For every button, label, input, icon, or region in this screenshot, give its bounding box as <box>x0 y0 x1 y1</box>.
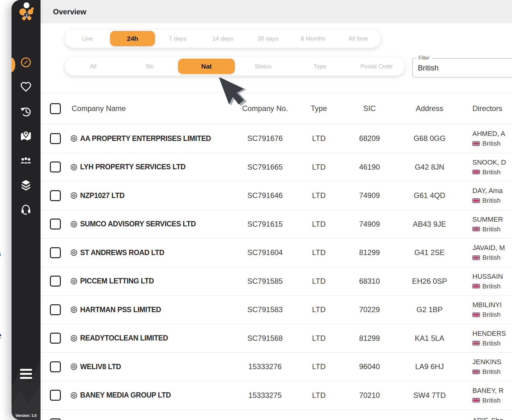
uk-flag-icon <box>472 227 480 231</box>
app-logo-icon[interactable]: 2 <box>12 1 41 25</box>
table-row[interactable]: BANEY MEDIA GROUP LTD 15333275 LTD 70210… <box>41 381 512 410</box>
tab-all-time[interactable]: All time <box>336 29 381 48</box>
eye-icon[interactable] <box>70 163 78 171</box>
tab-status[interactable]: Status <box>235 57 292 75</box>
row-checkbox[interactable] <box>50 304 61 315</box>
sidebar-item-explore[interactable] <box>20 56 32 69</box>
company-type: LTD <box>290 134 348 143</box>
table-row[interactable]: SUMCO ADVISORY SERVICES LTD SC791615 LTD… <box>41 210 512 239</box>
column-header-company-no: Company No. <box>240 104 290 113</box>
sidebar-item-history[interactable] <box>20 105 32 118</box>
row-checkbox[interactable] <box>50 333 61 344</box>
row-checkbox[interactable] <box>50 247 61 258</box>
company-no: SC791676 <box>240 134 290 143</box>
table-row[interactable]: ARIF, Sho <box>41 410 512 420</box>
row-checkbox[interactable] <box>50 418 61 420</box>
company-address: KA1 5LA <box>391 334 468 343</box>
company-name: SUMCO ADVISORY SERVICES LTD <box>80 220 196 228</box>
history-icon <box>20 106 32 118</box>
table-row[interactable]: ST ANDREWS ROAD LTD SC791604 LTD 81299 G… <box>41 239 512 267</box>
sidebar-item-support[interactable] <box>20 203 32 216</box>
logo-badge: 2 <box>25 13 27 18</box>
background-text-fragment: s <box>0 248 1 258</box>
sidebar-item-map[interactable] <box>20 130 32 142</box>
sidebar-item-people[interactable] <box>20 154 32 167</box>
heart-icon <box>20 81 31 92</box>
tab-sic[interactable]: Sic <box>122 57 178 75</box>
director-name: JENKINS <box>472 358 512 366</box>
company-name: HARTMAN PSS LIMITED <box>80 306 161 314</box>
column-header-company-name: Company Name <box>70 104 240 113</box>
company-no: 15333275 <box>240 391 290 400</box>
eye-icon[interactable] <box>70 249 78 256</box>
tab-type[interactable]: Type <box>292 57 348 75</box>
table-row[interactable]: HARTMAN PSS LIMITED SC791583 LTD 70229 G… <box>41 296 512 324</box>
column-header-directors: Directors <box>468 104 512 113</box>
tab-30-days[interactable]: 30 days <box>245 29 291 48</box>
tab-14-days[interactable]: 14 days <box>200 29 245 48</box>
row-checkbox[interactable] <box>50 133 61 144</box>
director-name: ARIF, Sho <box>472 417 512 420</box>
eye-icon[interactable] <box>70 278 78 285</box>
company-sic: 70229 <box>348 305 391 314</box>
tab-6-months[interactable]: 6 Months <box>291 29 336 48</box>
sidebar-item-favorites[interactable] <box>20 80 32 93</box>
table-row[interactable]: PICCEM LETTING LTD SC791585 LTD 68310 EH… <box>41 267 512 296</box>
row-checkbox[interactable] <box>50 361 61 372</box>
company-address: G61 4QD <box>391 191 468 200</box>
tab-live[interactable]: Live <box>65 29 110 48</box>
menu-button[interactable] <box>20 369 32 379</box>
tab-postal-code[interactable]: Postal Code <box>348 57 405 75</box>
row-checkbox[interactable] <box>50 162 61 172</box>
eye-icon[interactable] <box>70 220 78 228</box>
table-row[interactable]: WELIV8 LTD 15333276 LTD 96040 LA9 6HJ JE… <box>41 353 512 381</box>
company-name: LYH PROPERTY SERVICES LTD <box>80 163 186 171</box>
eye-icon[interactable] <box>70 335 78 342</box>
eye-icon[interactable] <box>70 363 78 370</box>
row-checkbox[interactable] <box>50 390 61 401</box>
row-checkbox[interactable] <box>50 219 61 229</box>
uk-flag-icon <box>472 341 480 345</box>
tab-all[interactable]: All <box>65 57 122 75</box>
company-type: LTD <box>290 163 348 171</box>
director-name: BANEY, R <box>472 387 512 395</box>
company-no: SC791583 <box>240 305 290 314</box>
time-filter-tabs: Live24h7 days14 days30 days6 MonthsAll t… <box>65 29 381 48</box>
uk-flag-icon <box>472 255 480 260</box>
tab-7-days[interactable]: 7 days <box>155 29 200 48</box>
row-checkbox[interactable] <box>50 190 61 201</box>
eye-icon[interactable] <box>70 192 78 199</box>
select-all-checkbox[interactable] <box>50 103 61 114</box>
tab-24h[interactable]: 24h <box>110 31 155 46</box>
eye-icon[interactable] <box>70 306 78 313</box>
top-bar: Overview <box>41 0 512 23</box>
company-name: ST ANDREWS ROAD LTD <box>80 249 164 257</box>
company-name: NZP1027 LTD <box>80 191 124 200</box>
sidebar-mountain-decoration <box>12 348 41 420</box>
hamburger-icon <box>20 369 32 371</box>
table-row[interactable]: READYTOCLEAN LIMITED SC791568 LTD 81299 … <box>41 324 512 353</box>
company-type: LTD <box>290 191 348 200</box>
page-title: Overview <box>53 0 86 23</box>
table-row[interactable]: LYH PROPERTY SERVICES LTD SC791665 LTD 4… <box>41 153 512 182</box>
director-nationality: British <box>472 225 512 233</box>
table-row[interactable]: AA PROPERTY ENTERPRISES LIMITED SC791676… <box>41 124 512 153</box>
eye-icon[interactable] <box>70 135 78 142</box>
map-icon <box>20 130 32 142</box>
tab-nat[interactable]: Nat <box>178 59 235 74</box>
director-nationality: British <box>472 282 512 290</box>
director-nationality: British <box>472 168 512 176</box>
row-checkbox[interactable] <box>50 276 61 287</box>
director-name: AHMED, A <box>472 130 512 138</box>
company-type: LTD <box>290 391 348 400</box>
company-sic: 81299 <box>348 248 391 257</box>
uk-flag-icon <box>472 369 480 374</box>
eye-icon[interactable] <box>70 392 78 399</box>
director-nationality: British <box>472 368 512 375</box>
filter-field[interactable]: Filter British <box>412 58 512 78</box>
category-filter-tabs: AllSicNatStatusTypePostal Code <box>65 57 405 76</box>
table-row[interactable]: NZP1027 LTD SC791646 LTD 74909 G61 4QD D… <box>41 181 512 210</box>
filter-field-value[interactable]: British <box>418 59 439 77</box>
company-address: G68 0GG <box>391 134 468 143</box>
sidebar-item-layers[interactable] <box>20 179 32 191</box>
